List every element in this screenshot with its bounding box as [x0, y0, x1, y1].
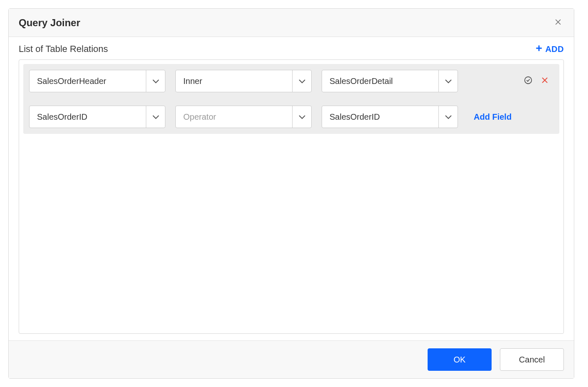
delete-relation-button[interactable]	[541, 76, 549, 86]
check-circle-icon	[524, 79, 533, 86]
svg-rect-3	[536, 47, 542, 49]
section-title: List of Table Relations	[19, 44, 108, 54]
plus-icon	[535, 44, 543, 54]
chevron-down-icon	[438, 106, 458, 128]
add-relation-button[interactable]: ADD	[535, 44, 564, 54]
dialog-footer: OK Cancel	[9, 340, 574, 378]
cancel-button[interactable]: Cancel	[500, 348, 564, 371]
query-joiner-dialog: Query Joiner List of Table Relations	[8, 8, 574, 379]
close-button[interactable]	[552, 16, 564, 29]
apply-relation-button[interactable]	[524, 76, 533, 86]
join-type-select[interactable]: Inner	[175, 70, 312, 92]
chevron-down-icon	[146, 106, 165, 128]
right-table-value: SalesOrderDetail	[322, 76, 438, 86]
section-header: List of Table Relations ADD	[19, 44, 564, 54]
chevron-down-icon	[292, 70, 311, 92]
svg-point-4	[525, 77, 532, 84]
x-icon	[541, 78, 549, 85]
right-table-select[interactable]: SalesOrderDetail	[322, 70, 458, 92]
chevron-down-icon	[438, 70, 458, 92]
right-field-value: SalesOrderID	[322, 112, 438, 122]
ok-button[interactable]: OK	[428, 348, 492, 371]
left-field-select[interactable]: SalesOrderID	[29, 106, 165, 128]
relation-row-fields: SalesOrderID Operator SalesOrderID	[29, 106, 554, 128]
chevron-down-icon	[146, 70, 165, 92]
left-table-select[interactable]: SalesOrderHeader	[29, 70, 165, 92]
add-field-button[interactable]: Add Field	[468, 112, 517, 122]
close-icon	[554, 18, 562, 27]
left-table-value: SalesOrderHeader	[30, 76, 146, 86]
dialog-body: List of Table Relations ADD SalesOrderHe…	[9, 37, 574, 340]
join-type-value: Inner	[176, 76, 292, 86]
operator-select[interactable]: Operator	[175, 106, 312, 128]
relation-row-tables: SalesOrderHeader Inner SalesOrderDetail	[29, 70, 554, 92]
left-field-value: SalesOrderID	[30, 112, 146, 122]
relation-block: SalesOrderHeader Inner SalesOrderDetail	[23, 64, 559, 134]
row-actions	[524, 76, 554, 86]
operator-placeholder: Operator	[176, 112, 292, 122]
add-button-label: ADD	[545, 44, 564, 54]
chevron-down-icon	[292, 106, 311, 128]
dialog-title: Query Joiner	[19, 17, 80, 29]
right-field-select[interactable]: SalesOrderID	[322, 106, 458, 128]
relations-container: SalesOrderHeader Inner SalesOrderDetail	[19, 59, 564, 334]
dialog-header: Query Joiner	[9, 9, 574, 37]
